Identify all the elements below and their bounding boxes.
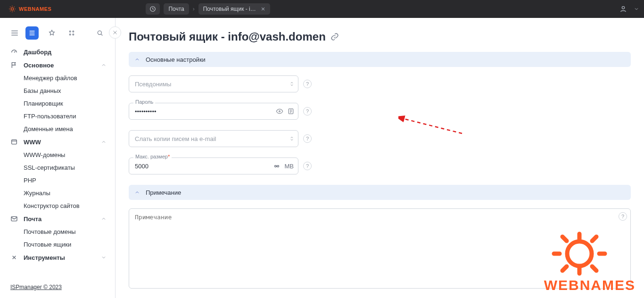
sidebar-item-label: Дашборд [24, 49, 51, 56]
help-icon[interactable]: ? [619, 212, 627, 221]
chevron-up-icon [101, 62, 107, 68]
apps-icon[interactable] [65, 26, 78, 40]
sidebar-group-label: Почта [24, 215, 41, 223]
chevron-up-icon [101, 139, 107, 145]
mail-icon [10, 215, 18, 223]
aliases-input[interactable] [129, 75, 298, 92]
help-icon[interactable]: ? [303, 162, 312, 170]
aliases-field [129, 75, 298, 92]
isp-link[interactable]: ISPmanager © 2023 [10, 284, 62, 290]
expand-icon[interactable] [289, 135, 295, 142]
sidebar-item-www-domains[interactable]: WWW-домены [0, 149, 115, 161]
sidebar-item-site-builder[interactable]: Конструктор сайтов [0, 199, 115, 212]
sidebar-group-mail[interactable]: Почта [0, 212, 115, 225]
sidebar-item-databases[interactable]: Базы данных [0, 84, 115, 97]
chevron-up-icon [101, 216, 107, 222]
expand-icon[interactable] [289, 81, 295, 87]
svg-point-6 [73, 34, 74, 35]
link-icon[interactable] [330, 33, 339, 41]
svg-point-7 [98, 31, 101, 34]
collapse-sidebar-button[interactable] [109, 26, 121, 39]
svg-point-10 [279, 111, 281, 112]
chevron-down-icon [101, 255, 107, 260]
breadcrumb-mail[interactable]: Почта [164, 3, 189, 15]
sidebar-group-label: Основное [24, 62, 54, 69]
breadcrumb: Почта › Почтовый ящик - i… [146, 3, 270, 15]
eye-icon[interactable] [276, 108, 283, 115]
sidebar-item-mail-domains[interactable]: Почтовые домены [0, 225, 115, 238]
chevron-up-icon [134, 57, 140, 62]
page-title-text: Почтовый ящик - info@vash.domen [129, 30, 326, 43]
sidebar-item-logs[interactable]: Журналы [0, 187, 115, 199]
sidebar-item-mailboxes[interactable]: Почтовые ящики [0, 238, 115, 251]
infinity-icon[interactable] [272, 163, 281, 169]
sidebar-item-php[interactable]: PHP [0, 174, 115, 187]
help-icon[interactable]: ? [303, 134, 312, 143]
menu-icon[interactable] [10, 29, 19, 37]
sidebar-item-label: Базы данных [24, 87, 61, 94]
main: Почтовый ящик - info@vash.domen Основные… [116, 18, 644, 298]
svg-point-5 [69, 34, 71, 35]
svg-point-3 [69, 31, 71, 32]
help-icon[interactable]: ? [303, 80, 312, 88]
nav: Дашборд Основное Менеджер файлов Базы да… [0, 45, 115, 269]
sidebar-group-label: Инструменты [24, 254, 65, 261]
sidebar-group-main[interactable]: Основное [0, 58, 115, 72]
sidebar-group-tools[interactable]: Инструменты [0, 251, 115, 264]
star-icon[interactable] [45, 26, 58, 40]
tools-icon [10, 254, 18, 261]
sidebar-item-label: PHP [24, 177, 36, 184]
breadcrumb-separator: › [193, 3, 195, 15]
generate-password-icon[interactable] [287, 108, 295, 115]
maxsize-field: Макс. размер* MB [129, 157, 298, 174]
close-icon[interactable] [261, 7, 265, 11]
sidebar: Дашборд Основное Менеджер файлов Базы да… [0, 18, 116, 298]
svg-point-2 [622, 7, 624, 9]
sidebar-group-label: WWW [24, 139, 41, 146]
sidebar-item-label: Почтовые домены [24, 228, 76, 235]
sidebar-item-label: Менеджер файлов [24, 74, 77, 82]
page-title: Почтовый ящик - info@vash.domen [129, 30, 631, 43]
sidebar-item-file-manager[interactable]: Менеджер файлов [0, 72, 115, 84]
sidebar-item-label: Планировщик [24, 100, 63, 107]
search-icon[interactable] [93, 26, 107, 40]
sidebar-item-ssl[interactable]: SSL-сертификаты [0, 161, 115, 174]
gauge-icon [10, 48, 18, 56]
copies-input[interactable] [129, 130, 298, 147]
user-icon[interactable] [619, 5, 627, 13]
sidebar-item-dashboard[interactable]: Дашборд [0, 45, 115, 58]
section-title: Примечание [146, 189, 181, 196]
topbar: WEBNAMES Почта › Почтовый ящик - i… [0, 0, 644, 18]
sidebar-item-ftp-users[interactable]: FTP-пользователи [0, 110, 115, 123]
note-textarea[interactable] [129, 208, 631, 289]
sidebar-item-label: Доменные имена [24, 125, 73, 132]
sidebar-item-label: WWW-домены [24, 151, 65, 158]
section-main-settings[interactable]: Основные настройки [129, 52, 631, 67]
breadcrumb-mail-label: Почта [168, 6, 184, 12]
chevron-up-icon [134, 190, 140, 195]
breadcrumb-mailbox-label: Почтовый ящик - i… [203, 6, 256, 12]
gear-sun-icon [8, 5, 16, 13]
history-icon[interactable] [146, 3, 160, 15]
svg-rect-8 [12, 140, 17, 144]
sidebar-item-label: Журналы [24, 190, 50, 197]
svg-point-0 [11, 8, 13, 10]
list-view-button[interactable] [25, 26, 39, 40]
password-field: Пароль [129, 103, 298, 120]
section-title: Основные настройки [146, 56, 206, 63]
section-note[interactable]: Примечание [129, 185, 631, 200]
flag-icon [10, 61, 18, 69]
sidebar-footer: ISPmanager © 2023 [0, 278, 115, 298]
sidebar-item-label: Конструктор сайтов [24, 202, 80, 209]
sidebar-group-www[interactable]: WWW [0, 135, 115, 149]
sidebar-item-scheduler[interactable]: Планировщик [0, 97, 115, 110]
svg-point-4 [73, 31, 74, 32]
password-input[interactable] [129, 103, 298, 120]
sidebar-item-label: SSL-сертификаты [24, 164, 75, 171]
maxsize-label: Макс. размер* [133, 154, 172, 159]
sidebar-item-domain-names[interactable]: Доменные имена [0, 123, 115, 135]
breadcrumb-mailbox[interactable]: Почтовый ящик - i… [198, 3, 270, 15]
brand-name: WEBNAMES [19, 6, 51, 12]
chevron-down-icon[interactable] [634, 6, 639, 12]
help-icon[interactable]: ? [303, 107, 312, 116]
